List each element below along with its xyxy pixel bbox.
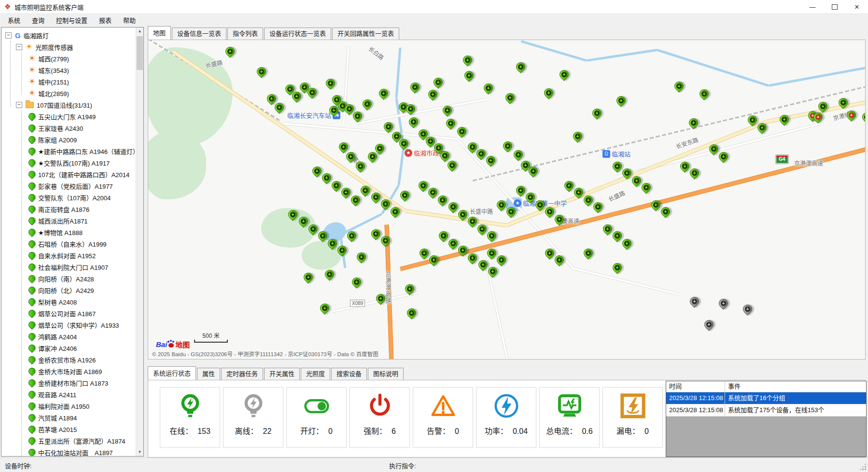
- map-pin-online[interactable]: +: [323, 268, 336, 281]
- tree-item-device-A1873[interactable]: 金桥建材市场门口 A1873: [1, 377, 136, 389]
- event-row[interactable]: 2025/3/28 12:15:08系统加载了175个设备，在线153个: [666, 404, 866, 416]
- map-pin-online[interactable]: +: [611, 261, 624, 274]
- map-pin-offline[interactable]: +: [741, 303, 754, 316]
- map-pin-online[interactable]: +: [501, 139, 514, 153]
- tree-item-device-A2430[interactable]: 王家珑巷 A2430: [1, 122, 136, 134]
- collapse-icon[interactable]: −: [5, 32, 12, 39]
- map-pin-online[interactable]: +: [377, 87, 390, 100]
- tree-item-device-A1871[interactable]: 城西派出所A1871: [1, 215, 136, 226]
- close-button[interactable]: ✕: [846, 0, 868, 14]
- tree-item-sensor-3[interactable]: ☀城北(2859): [1, 87, 136, 99]
- map-pin-online[interactable]: +: [562, 179, 575, 192]
- map-pin-online[interactable]: +: [466, 215, 479, 228]
- map-pin-online[interactable]: +: [620, 237, 633, 250]
- map-canvas[interactable]: 长白路长盛路长盛路长盛中路长盛路长安东路京港澳高速港澳高速京港澳高速京港线X08…: [148, 40, 866, 360]
- map-pin-online[interactable]: +: [369, 227, 382, 240]
- tree-item-device-A2004[interactable]: 交警队东（107南）A2004: [1, 192, 136, 203]
- scroll-up-icon[interactable]: ▲: [136, 28, 143, 35]
- tree-item-device-A1949[interactable]: 五尖山大门东 A1949: [1, 111, 136, 122]
- tab-map[interactable]: 地图: [148, 26, 171, 40]
- tree-item-device-A2408[interactable]: 梨树巷 A2408: [1, 296, 136, 307]
- tree-item-device-A2014[interactable]: 107北（建新中路路口西）A2014: [1, 168, 136, 180]
- menu-item-help[interactable]: 帮助: [118, 14, 140, 26]
- tab-search-device[interactable]: 搜索设备: [331, 368, 367, 380]
- tree-item-device-A1999[interactable]: 石咀桥（自来水）A1999: [1, 238, 136, 250]
- scroll-thumb[interactable]: [137, 36, 143, 70]
- map-pin-online[interactable]: +: [350, 276, 363, 289]
- map-pin-online[interactable]: +: [482, 82, 495, 95]
- map-pin-online[interactable]: +: [379, 234, 392, 247]
- tab-system-status[interactable]: 系统运行状态: [148, 366, 196, 380]
- map-pin-online[interactable]: +: [324, 77, 337, 90]
- map-pin-online[interactable]: +: [418, 247, 431, 260]
- map-pin-online[interactable]: +: [320, 171, 333, 184]
- map-pin-online[interactable]: +: [330, 179, 343, 192]
- column-header-time[interactable]: 时间: [666, 381, 725, 392]
- collapse-icon[interactable]: −: [16, 44, 22, 50]
- menu-item-query[interactable]: 查询: [27, 14, 49, 26]
- maximize-button[interactable]: [824, 0, 846, 14]
- tree-item-device-A2009[interactable]: 陈家组 A2009: [1, 134, 136, 145]
- event-table[interactable]: 时间事件2025/3/28 12:15:08系统加载了16个分组2025/3/2…: [666, 381, 867, 457]
- map-pin-online[interactable]: +: [698, 87, 711, 100]
- tree-item-device-A2411[interactable]: 观音路 A2411: [1, 389, 136, 400]
- menu-item-report[interactable]: 报表: [94, 14, 116, 26]
- map-pin-online[interactable]: +: [678, 160, 691, 173]
- collapse-icon[interactable]: −: [16, 102, 22, 108]
- event-row[interactable]: 2025/3/28 12:15:08系统加载了16个分组: [666, 392, 866, 404]
- tree-item-sensor-group[interactable]: −☀光照度传感器: [1, 41, 136, 53]
- map-pin-online[interactable]: +: [337, 140, 350, 153]
- tab-device-info[interactable]: 设备信息一览表: [172, 28, 226, 40]
- map-pin-online[interactable]: +: [640, 181, 653, 194]
- tree-item-root[interactable]: −G临湘路灯: [1, 29, 136, 41]
- map-pin-online[interactable]: +: [408, 81, 421, 94]
- tab-switch-loop[interactable]: 开关回路属性一览表: [332, 28, 399, 40]
- tree-item-device-A2015[interactable]: 芭茅塘 A2015: [1, 423, 136, 435]
- tab-command-list[interactable]: 指令列表: [227, 28, 263, 40]
- tree-item-device-A1917[interactable]: ★交警队西(107南) A1917: [1, 157, 136, 168]
- menu-item-system[interactable]: 系统: [3, 14, 25, 26]
- tree-item-sensor-2[interactable]: ☀城中(2151): [1, 76, 136, 87]
- map-pin-online[interactable]: +: [302, 271, 315, 284]
- map-pin-online[interactable]: +: [717, 150, 730, 163]
- tree-item-device-A1897[interactable]: 中石化加油站对面 A1897: [1, 446, 136, 457]
- tab-icon-legend[interactable]: 图标说明: [368, 368, 404, 380]
- map-pin-online[interactable]: +: [512, 148, 525, 161]
- map-pin-online[interactable]: +: [436, 194, 449, 207]
- tree-item-device-A1933[interactable]: 烟草公司（求知中学）A1933: [1, 319, 136, 331]
- map-pin-online[interactable]: +: [361, 97, 374, 111]
- tree-item-sensor-0[interactable]: ☀城西(2799): [1, 53, 136, 64]
- map-pin-offline[interactable]: +: [717, 297, 730, 310]
- map-pin-online[interactable]: +: [615, 94, 628, 107]
- map-pin-online[interactable]: +: [484, 154, 497, 167]
- map-pin-online[interactable]: +: [591, 200, 604, 213]
- map-pin-online[interactable]: +: [455, 125, 468, 138]
- map-pin-online[interactable]: +: [255, 65, 268, 78]
- tree-item-road-group[interactable]: −107国道沿线(31/31): [1, 99, 136, 111]
- tree-item-device-A2429[interactable]: 向阳桥（北）A2429: [1, 284, 136, 296]
- map-pin-offline[interactable]: +: [688, 295, 701, 308]
- tab-timer-task[interactable]: 定时器任务: [221, 368, 263, 380]
- tree-item-device-A2404[interactable]: 鸿鹤路 A2404: [1, 331, 136, 342]
- map-pin-online[interactable]: +: [444, 117, 457, 130]
- tree-item-device-A1869[interactable]: 金桥大市场对面 A1869: [1, 365, 136, 377]
- map-pin-online[interactable]: +: [611, 160, 624, 173]
- map-pin-online[interactable]: +: [504, 91, 517, 104]
- map-pin-online[interactable]: +: [355, 250, 368, 264]
- map-pin-online[interactable]: +: [437, 229, 450, 242]
- tab-property[interactable]: 属性: [197, 368, 220, 380]
- map-pin-online[interactable]: +: [688, 167, 701, 180]
- map-pin-online[interactable]: +: [659, 205, 672, 218]
- tree-item-device-A1867[interactable]: 烟草公司对面 A1867: [1, 307, 136, 319]
- map-pin-online[interactable]: +: [426, 186, 439, 199]
- map-pin-online[interactable]: +: [432, 76, 445, 89]
- tree-item-device-A1950[interactable]: 福利院对面 A1950: [1, 400, 136, 412]
- tree-item-device-A2406[interactable]: 谭家冲 A2406: [1, 342, 136, 354]
- tree-scrollbar[interactable]: ▲ ▼: [136, 28, 143, 456]
- map-pin-online[interactable]: +: [446, 159, 459, 172]
- map-pin-online[interactable]: +: [447, 200, 460, 213]
- map-pin-online[interactable]: +: [590, 107, 603, 120]
- map-pin-online[interactable]: +: [514, 184, 527, 197]
- poi-rail[interactable]: Ω临湘站: [601, 149, 630, 158]
- tree-item-device-A1952[interactable]: 自来水斜对面 A1952: [1, 250, 136, 261]
